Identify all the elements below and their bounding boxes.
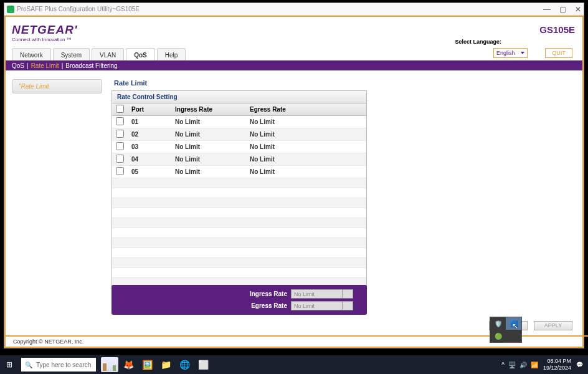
footer-egress-label: Egress Rate: [251, 302, 287, 309]
table-row-empty: [112, 178, 366, 188]
subnav-rate-limit[interactable]: Rate Limit: [31, 62, 59, 69]
start-button[interactable]: ⊞: [0, 355, 19, 374]
panel-title: Rate Limit: [111, 79, 367, 87]
cell-ingress: No Limit: [171, 141, 246, 153]
row-checkbox[interactable]: [116, 167, 124, 175]
cell-egress: No Limit: [246, 128, 366, 141]
tab-network[interactable]: Network: [12, 48, 51, 62]
cell-ingress: No Limit: [171, 128, 246, 141]
main-tabs: Network System VLAN QoS Help: [12, 48, 186, 62]
apply-button[interactable]: APPLY: [534, 321, 572, 330]
table-row[interactable]: 02No LimitNo Limit: [112, 128, 366, 141]
close-button[interactable]: ✕: [575, 5, 581, 14]
cell-egress: No Limit: [246, 116, 366, 128]
window-titlebar: ProSAFE Plus Configuration Utility~GS105…: [4, 3, 584, 16]
tray-app-icon[interactable]: 🟢: [490, 330, 506, 342]
tray-app-icon[interactable]: 🛡️: [490, 317, 506, 330]
cell-egress: No Limit: [246, 153, 366, 166]
taskbar-explorer-icon[interactable]: 📁: [157, 356, 174, 373]
search-icon: 🔍: [25, 362, 32, 368]
row-checkbox[interactable]: [116, 142, 124, 150]
row-checkbox[interactable]: [116, 155, 124, 163]
cell-port: 01: [128, 116, 171, 128]
footer-ingress-label: Ingress Rate: [250, 290, 287, 297]
rate-table: Port Ingress Rate Egress Rate 01No Limit…: [111, 103, 367, 299]
cell-port: 02: [128, 128, 171, 141]
maximize-button[interactable]: ▢: [559, 5, 566, 14]
taskbar-app-icon[interactable]: ⬜: [194, 356, 212, 373]
select-all-checkbox[interactable]: [116, 105, 124, 113]
taskbar-firefox-icon[interactable]: 🦊: [120, 356, 137, 373]
taskbar-search[interactable]: 🔍 Type here to search: [21, 358, 96, 372]
systray-network-icon[interactable]: 📶: [531, 362, 538, 368]
cell-ingress: No Limit: [171, 166, 246, 178]
search-placeholder: Type here to search: [36, 362, 91, 368]
copyright-text: Copyright © NETGEAR, Inc.: [13, 338, 83, 345]
table-row-empty: [112, 258, 366, 268]
tab-system[interactable]: System: [53, 48, 90, 62]
language-select[interactable]: English: [493, 48, 528, 58]
brand-logo: NETGEAR': [12, 23, 77, 37]
app-icon: [7, 6, 14, 13]
cell-egress: No Limit: [246, 141, 366, 153]
egress-rate-select[interactable]: No Limit: [291, 301, 353, 310]
taskbar: ⊞ 🔍 Type here to search 🦊 🖼️ 📁 🌐 ⬜ ^ 🖥️ …: [0, 355, 588, 374]
ingress-rate-select[interactable]: No Limit: [291, 289, 353, 299]
taskbar-clock[interactable]: 08:04 PM 19/12/2024: [543, 358, 571, 372]
cell-port: 04: [128, 153, 171, 166]
cell-egress: No Limit: [246, 166, 366, 178]
tray-app-icon[interactable]: [506, 330, 521, 342]
table-row-empty: [112, 238, 366, 248]
table-row-empty: [112, 198, 366, 208]
systray-monitor-icon[interactable]: 🖥️: [508, 362, 516, 368]
table-row-empty: [112, 228, 366, 238]
section-header: Rate Control Setting: [111, 90, 367, 103]
table-row-empty: [112, 268, 366, 278]
sidebar-item-rate-limit[interactable]: "Rate Limit: [12, 79, 102, 94]
table-row[interactable]: 04No LimitNo Limit: [112, 153, 366, 166]
subnav-broadcast-filtering[interactable]: Broadcast Filtering: [65, 62, 117, 69]
rate-footer-panel: Ingress Rate No Limit Egress Rate No Lim…: [111, 285, 367, 315]
subnav-bar: QoS | Rate Limit | Broadcast Filtering: [6, 60, 582, 70]
model-label: GS105E: [539, 24, 575, 35]
cell-ingress: No Limit: [171, 116, 246, 128]
systray-volume-icon[interactable]: 🔊: [519, 362, 527, 368]
systray-chevron-icon[interactable]: ^: [501, 362, 505, 368]
row-checkbox[interactable]: [116, 117, 124, 125]
language-label: Select Language:: [455, 39, 501, 45]
row-checkbox[interactable]: [116, 130, 124, 138]
taskbar-app-icon[interactable]: 🖼️: [138, 356, 156, 373]
table-row-empty: [112, 218, 366, 228]
header-egress: Egress Rate: [246, 103, 366, 116]
cell-ingress: No Limit: [171, 153, 246, 166]
brand-block: NETGEAR' Connect with Innovation ™: [12, 23, 77, 42]
tab-vlan[interactable]: VLAN: [92, 48, 124, 62]
tab-qos[interactable]: QoS: [126, 48, 155, 62]
table-row[interactable]: 01No LimitNo Limit: [112, 116, 366, 128]
header-ingress: Ingress Rate: [171, 103, 246, 116]
table-row-empty: [112, 208, 366, 218]
cell-port: 03: [128, 141, 171, 153]
table-row-empty: [112, 188, 366, 198]
cell-port: 05: [128, 166, 171, 178]
systray-notifications-icon[interactable]: 💬: [576, 362, 583, 368]
tab-help[interactable]: Help: [157, 48, 186, 62]
brand-tagline: Connect with Innovation ™: [12, 37, 77, 42]
table-row[interactable]: 03No LimitNo Limit: [112, 141, 366, 153]
header-port: Port: [128, 103, 171, 116]
table-row[interactable]: 05No LimitNo Limit: [112, 166, 366, 178]
mouse-cursor-icon: ↖: [512, 322, 518, 330]
taskbar-app-icon[interactable]: [101, 356, 118, 373]
minimize-button[interactable]: —: [543, 5, 551, 14]
taskbar-app-icon[interactable]: 🌐: [176, 356, 193, 373]
window-title: ProSAFE Plus Configuration Utility~GS105…: [17, 6, 543, 12]
quit-button[interactable]: QUIT: [545, 48, 572, 58]
table-row-empty: [112, 248, 366, 258]
subnav-qos[interactable]: QoS: [12, 62, 24, 69]
